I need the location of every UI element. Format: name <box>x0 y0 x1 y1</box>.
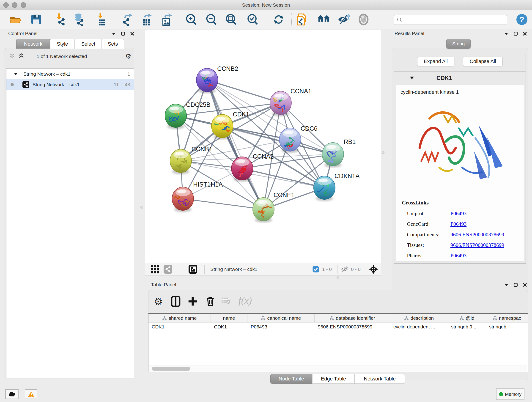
edge-CCNB2-CCNA1[interactable] <box>207 80 281 103</box>
hide-selected-button[interactable] <box>337 14 350 25</box>
column-header-name[interactable]: name <box>211 314 247 322</box>
table-scrollbar[interactable] <box>149 366 527 371</box>
column-header-namespac[interactable]: namespac <box>486 314 528 322</box>
tab-style[interactable]: Style <box>50 39 75 49</box>
crosslink-link[interactable]: 9606.ENSP00000378699 <box>450 232 504 238</box>
node-CCNB1[interactable] <box>170 149 191 174</box>
close-window-button[interactable] <box>3 2 9 8</box>
function-builder-button[interactable]: f(x) <box>239 295 252 306</box>
float-panel-icon[interactable] <box>514 283 518 287</box>
open-session-button[interactable] <box>10 14 22 25</box>
crosslink-link[interactable]: 9606.ENSP00000378699 <box>450 242 504 248</box>
add-column-button[interactable] <box>188 297 197 306</box>
node-CCNE1[interactable] <box>253 198 274 223</box>
node-CCNA1[interactable] <box>268 91 291 116</box>
left-splitter-handle[interactable] <box>140 206 143 209</box>
network-view[interactable]: CCNB2CCNA1CDC25BCDK1CDC6RB1CCNB1CCNA2CDK… <box>145 30 381 263</box>
import-network-button[interactable] <box>54 13 67 26</box>
column-header--id[interactable]: @id <box>448 314 486 322</box>
collapse-all-icon[interactable] <box>9 53 15 59</box>
crosslink-link[interactable]: P06493 <box>450 221 467 227</box>
right-splitter-handle[interactable] <box>382 151 385 154</box>
edge-HIST1H1A-CCNE1[interactable] <box>183 199 264 209</box>
import-database-button[interactable] <box>72 13 85 26</box>
tab-sets[interactable]: Sets <box>102 39 124 49</box>
network-graph[interactable]: CCNB2CCNA1CDC25BCDK1CDC6RB1CCNB1CCNA2CDK… <box>145 30 381 263</box>
float-panel-icon[interactable] <box>514 32 518 36</box>
network-collection-row[interactable]: String Network – cdk1 1 <box>6 69 134 79</box>
float-panel-icon[interactable] <box>121 32 125 36</box>
open-in-window-button[interactable] <box>189 265 197 274</box>
search-box[interactable] <box>394 15 507 25</box>
export-table-button[interactable] <box>140 13 153 26</box>
fx-icon: f(x) <box>239 295 252 306</box>
search-input[interactable] <box>405 17 504 22</box>
node-RB1[interactable] <box>322 143 344 167</box>
column-header-canonical-name[interactable]: canonical name <box>247 314 315 322</box>
table-options-button[interactable]: ⚙ <box>154 296 163 307</box>
hidden-indicator[interactable] <box>341 266 349 273</box>
memory-button[interactable]: Memory <box>496 389 525 400</box>
edge-CCNB2-CCNE1[interactable] <box>207 80 264 209</box>
birds-eye-view-button[interactable] <box>151 265 159 274</box>
cloud-button[interactable] <box>5 389 19 399</box>
first-neighbors-button[interactable] <box>317 14 330 25</box>
protein-section-header[interactable]: CDK1 <box>394 71 526 84</box>
import-table-button[interactable] <box>95 13 108 26</box>
collapse-all-button[interactable]: Collapse All <box>463 57 503 66</box>
table-row[interactable]: CDK1CDK1P064939606.ENSP00000378699cyclin… <box>148 322 528 331</box>
tab-select[interactable]: Select <box>75 39 102 49</box>
network-options-gear-icon[interactable]: ⚙ <box>125 52 131 60</box>
apply-layout-button[interactable] <box>272 13 285 26</box>
node-CDKN1A[interactable] <box>314 176 335 201</box>
export-image-button[interactable] <box>160 13 173 26</box>
network-row[interactable]: String Network – cdk1 11 48 <box>6 79 134 90</box>
edge-CCNA2-CDKN1A[interactable] <box>242 168 324 188</box>
horizontal-splitter-handle[interactable] <box>336 276 339 279</box>
crosslink-link[interactable]: P06493 <box>450 211 467 217</box>
help-button[interactable]: ? <box>516 13 528 26</box>
close-panel-icon[interactable] <box>130 32 134 36</box>
column-label: shared name <box>169 315 197 321</box>
delete-column-button[interactable] <box>206 296 215 307</box>
node-CCNB2[interactable] <box>196 68 218 93</box>
zoom-fit-button[interactable] <box>225 13 237 26</box>
save-session-button[interactable] <box>31 14 41 25</box>
tree-expander-icon[interactable] <box>14 72 18 76</box>
delete-table-button[interactable] <box>221 297 230 304</box>
close-panel-icon[interactable] <box>523 32 527 36</box>
tab-node-table[interactable]: Node Table <box>270 374 312 384</box>
tab-network[interactable]: Network <box>16 39 50 49</box>
tab-edge-table[interactable]: Edge Table <box>312 374 355 384</box>
zoom-in-button[interactable] <box>185 13 197 26</box>
pan-mode-button[interactable] <box>369 264 378 274</box>
zoom-window-button[interactable] <box>21 2 26 8</box>
column-header-description[interactable]: description <box>390 314 448 322</box>
expand-all-icon[interactable] <box>18 53 24 59</box>
close-panel-icon[interactable] <box>523 283 527 287</box>
column-header-database-identifier[interactable]: database identifier <box>315 314 390 322</box>
minimize-window-button[interactable] <box>12 2 17 8</box>
clone-network-button[interactable] <box>296 13 309 26</box>
show-columns-button[interactable] <box>171 296 181 307</box>
column-header-shared-name[interactable]: shared name <box>148 314 211 322</box>
warnings-button[interactable] <box>25 389 37 399</box>
panel-menu-icon[interactable] <box>111 32 116 35</box>
expand-all-button[interactable]: Expand All <box>417 57 454 66</box>
tab-network-table[interactable]: Network Table <box>355 374 405 384</box>
panel-menu-icon[interactable] <box>504 283 509 287</box>
node-CDC25B[interactable] <box>165 104 186 129</box>
node-HIST1H1A[interactable] <box>172 187 194 212</box>
table-scrollbar-thumb[interactable] <box>152 367 190 370</box>
panel-menu-icon[interactable] <box>504 32 509 35</box>
show-all-button[interactable] <box>358 13 370 26</box>
tab-string[interactable]: String <box>446 39 471 49</box>
zoom-out-button[interactable] <box>205 13 217 26</box>
export-network-button[interactable] <box>121 13 134 26</box>
crosslink-link[interactable]: P06493 <box>450 253 467 259</box>
network-type-button[interactable] <box>164 265 172 274</box>
selected-checkbox[interactable] <box>312 266 319 273</box>
zoom-selected-button[interactable] <box>246 13 259 26</box>
node-CDK1[interactable] <box>209 114 233 139</box>
section-expander-icon[interactable] <box>409 76 414 80</box>
